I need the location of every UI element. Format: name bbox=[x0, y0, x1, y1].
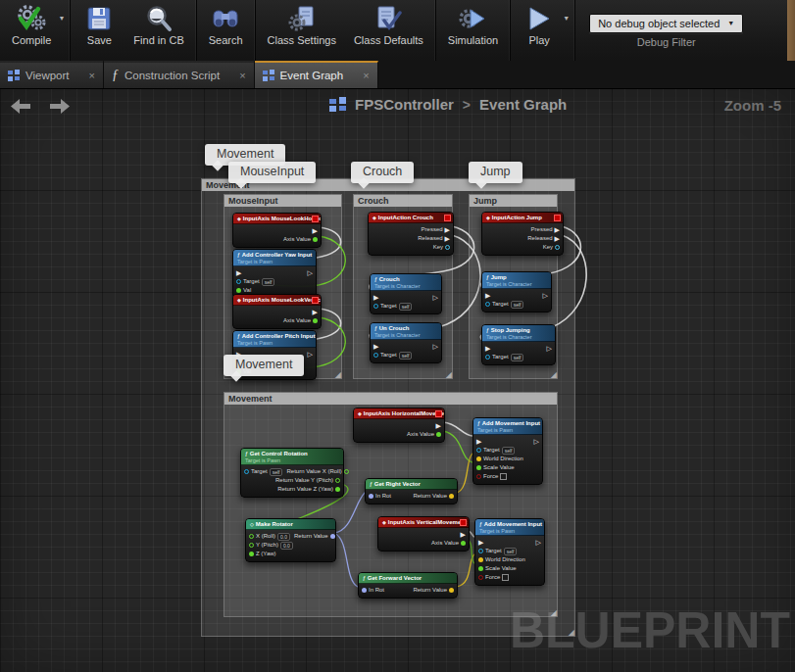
pin-circle-icon[interactable] bbox=[449, 494, 454, 499]
node-inputaction-jump[interactable]: ◆InputAction JumpPressed▶Released▶Key bbox=[481, 212, 564, 256]
node-add-movement-input-1[interactable]: ƒAdd Movement InputTarget is Pawn▶▷Targe… bbox=[472, 417, 543, 485]
data-pin-bool[interactable]: Force bbox=[478, 574, 509, 581]
data-pin-float[interactable]: Return Value X (Roll) bbox=[286, 468, 348, 475]
data-pin-rotator[interactable]: In Rot bbox=[369, 493, 391, 500]
pin-circle-icon[interactable] bbox=[249, 534, 254, 539]
exec-pin[interactable]: ▶ bbox=[485, 345, 490, 352]
forward-arrow-icon[interactable] bbox=[49, 98, 71, 119]
node-header[interactable]: ƒAdd Movement InputTarget is Pawn bbox=[475, 519, 544, 536]
exec-pin-icon[interactable]: ▶ bbox=[445, 235, 450, 242]
node-add-movement-input-2[interactable]: ƒAdd Movement InputTarget is Pawn▶▷Targe… bbox=[474, 518, 545, 586]
data-pin-vector[interactable]: World Direction bbox=[476, 456, 523, 462]
pin-value-field[interactable]: 0.0 bbox=[277, 533, 290, 541]
node-inputaxis-verticalmovement[interactable]: ◆InputAxis VerticalMovement▶Axis Value bbox=[377, 516, 470, 552]
pin-circle-icon[interactable] bbox=[476, 474, 481, 479]
data-pin-object[interactable]: Targetself bbox=[373, 303, 412, 311]
node-add-controller-yaw-input[interactable]: ƒAdd Controller Yaw InputTarget is Pawn▶… bbox=[232, 249, 317, 299]
exec-pin-icon[interactable]: ▷ bbox=[534, 438, 539, 445]
data-pin-object[interactable]: Targetself bbox=[485, 301, 523, 309]
node-get-control-rotation[interactable]: ƒGet Control RotationTarget is PawnTarge… bbox=[240, 448, 344, 498]
pin-checkbox[interactable] bbox=[502, 574, 509, 581]
node-inputaxis-mouselookhorizontal[interactable]: ◆InputAxis MouseLookHorizontal▶Axis Valu… bbox=[232, 213, 322, 248]
pin-value-field[interactable]: self bbox=[511, 301, 524, 309]
pin-circle-icon[interactable] bbox=[330, 534, 335, 539]
node-header[interactable]: ◆InputAxis MouseLookVertical bbox=[233, 295, 321, 306]
node-header[interactable]: ƒGet Control RotationTarget is Pawn bbox=[241, 449, 343, 465]
exec-pin[interactable]: ▷ bbox=[308, 269, 313, 276]
pin-circle-icon[interactable] bbox=[373, 353, 378, 358]
close-icon[interactable]: × bbox=[89, 70, 95, 81]
pin-circle-icon[interactable] bbox=[476, 456, 481, 461]
pin-circle-icon[interactable] bbox=[313, 318, 318, 323]
data-pin-bool[interactable]: Force bbox=[476, 473, 507, 480]
pin-circle-icon[interactable] bbox=[249, 552, 254, 556]
pin-circle-icon[interactable] bbox=[335, 478, 340, 483]
pin-circle-icon[interactable] bbox=[478, 575, 483, 580]
exec-pin[interactable]: ▶ bbox=[373, 294, 378, 301]
exec-pin-icon[interactable]: ▶ bbox=[445, 226, 450, 233]
exec-pin[interactable]: Pressed▶ bbox=[422, 226, 450, 233]
exec-pin-icon[interactable]: ▶ bbox=[373, 294, 378, 301]
data-pin-float[interactable]: Return Value Y (Pitch) bbox=[275, 477, 340, 484]
node-header[interactable]: ƒCrouchTarget is Character bbox=[371, 274, 441, 291]
pin-value-field[interactable]: self bbox=[399, 303, 413, 311]
close-icon[interactable]: × bbox=[239, 70, 245, 81]
toolbar-button-simulation[interactable]: Simulation bbox=[439, 0, 507, 61]
data-pin-object[interactable]: Targetself bbox=[373, 352, 412, 360]
node-make-rotator[interactable]: ◇Make RotatorX (Roll)0.0Return ValueY (P… bbox=[245, 518, 336, 562]
exec-pin-icon[interactable]: ▷ bbox=[433, 294, 438, 301]
node-header[interactable]: ƒAdd Controller Pitch InputTarget is Paw… bbox=[233, 331, 316, 348]
exec-pin[interactable]: Pressed▶ bbox=[531, 226, 560, 233]
pin-value-field[interactable]: self bbox=[511, 354, 524, 361]
pin-circle-icon[interactable] bbox=[449, 588, 454, 593]
data-pin-float[interactable]: Z (Yaw) bbox=[249, 551, 276, 557]
node-inputaxis-mouselookvertical[interactable]: ◆InputAxis MouseLookVertical▶Axis Value bbox=[232, 294, 322, 329]
tab-construction-script[interactable]: ƒConstruction Script× bbox=[104, 61, 255, 88]
pin-circle-icon[interactable] bbox=[436, 432, 441, 437]
exec-pin[interactable]: ▷ bbox=[547, 345, 552, 352]
data-pin-float[interactable]: Y (Pitch)0.0 bbox=[249, 542, 293, 550]
node-un-crouch[interactable]: ƒUn CrouchTarget is Character▶▷Targetsel… bbox=[370, 322, 442, 363]
data-pin-float[interactable]: Scale Value bbox=[478, 565, 517, 572]
node-header[interactable]: ƒStop JumpingTarget is Character bbox=[482, 325, 555, 342]
node-get-forward-vector[interactable]: ƒGet Forward VectorIn RotReturn Value bbox=[358, 572, 458, 599]
data-pin-rotator[interactable]: In Rot bbox=[362, 587, 384, 594]
exec-pin[interactable]: ▷ bbox=[433, 343, 438, 350]
pin-circle-icon[interactable] bbox=[485, 302, 490, 307]
resize-handle[interactable]: ◢ bbox=[446, 370, 452, 379]
breadcrumb-root[interactable]: FPSController bbox=[355, 96, 454, 113]
data-pin-float[interactable]: X (Roll)0.0 bbox=[249, 533, 290, 541]
node-inputaction-crouch[interactable]: ◆InputAction CrouchPressed▶Released▶Key bbox=[368, 212, 454, 256]
exec-pin-icon[interactable]: ▷ bbox=[543, 292, 548, 299]
exec-pin[interactable]: ▷ bbox=[433, 294, 438, 301]
exec-pin[interactable]: ▶ bbox=[313, 227, 318, 234]
toolbar-button-find-in-cb[interactable]: Find in CB bbox=[124, 0, 192, 61]
node-stop-jumping[interactable]: ƒStop JumpingTarget is Character▶▷Target… bbox=[481, 324, 556, 365]
tab-viewport[interactable]: Viewport× bbox=[0, 61, 104, 88]
exec-pin-icon[interactable]: ▷ bbox=[308, 351, 313, 358]
toolbar-button-search[interactable]: Search bbox=[200, 0, 252, 61]
event-graph-canvas[interactable]: FPSController > Event Graph Zoom -5 BLUE… bbox=[0, 88, 795, 672]
exec-pin-icon[interactable]: ▶ bbox=[373, 343, 378, 350]
pin-circle-icon[interactable] bbox=[344, 469, 349, 474]
pin-circle-icon[interactable] bbox=[555, 245, 560, 250]
data-pin-object[interactable]: Targetself bbox=[236, 278, 274, 286]
exec-pin[interactable]: ▷ bbox=[308, 351, 313, 358]
data-pin-object[interactable]: Targetself bbox=[478, 548, 517, 555]
exec-pin[interactable]: Released▶ bbox=[418, 235, 450, 242]
exec-pin[interactable]: ▷ bbox=[534, 438, 539, 445]
exec-pin-icon[interactable]: ▶ bbox=[436, 422, 441, 429]
exec-pin-icon[interactable]: ▶ bbox=[313, 309, 318, 315]
data-pin-vector[interactable]: World Direction bbox=[478, 556, 525, 563]
exec-pin-icon[interactable]: ▶ bbox=[485, 292, 490, 299]
toolbar-button-compile[interactable]: Compile▼ bbox=[3, 0, 67, 61]
back-arrow-icon[interactable] bbox=[10, 98, 31, 119]
node-header[interactable]: ƒAdd Controller Yaw InputTarget is Pawn bbox=[233, 250, 316, 266]
node-header[interactable]: ƒGet Right Vector bbox=[366, 479, 457, 490]
node-header[interactable]: ◇Make Rotator bbox=[246, 519, 335, 530]
exec-pin[interactable]: ▶ bbox=[236, 269, 241, 276]
data-pin-object[interactable]: Targetself bbox=[476, 447, 515, 455]
pin-circle-icon[interactable] bbox=[485, 355, 490, 360]
debug-object-select[interactable]: No debug object selected ▼ bbox=[589, 14, 743, 33]
node-header[interactable]: ƒAdd Movement InputTarget is Pawn bbox=[473, 418, 542, 435]
